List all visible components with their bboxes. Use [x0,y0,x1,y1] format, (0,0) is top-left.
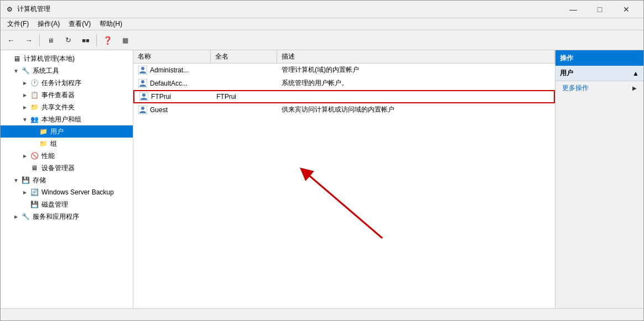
expand-local-users[interactable]: ▼ [20,115,29,124]
root-icon: 🖥 [12,54,22,64]
table-row-ftprui[interactable]: FTPrui FTPrui [133,90,555,103]
center-panel-wrapper: 名称 全名 描述 [133,50,555,308]
root-label: 计算机管理(本地) [24,54,75,64]
close-button[interactable]: ✕ [614,2,639,17]
sidebar-item-event-viewer[interactable]: ▶ 📋 事件查看器 [1,89,133,101]
actions-section-label: 用户 [560,69,573,78]
menu-file[interactable]: 文件(F) [3,18,33,30]
window-icon: ⚙ [5,5,14,14]
expand-task[interactable]: ▶ [20,78,29,87]
status-bar [1,308,643,320]
center-panel: 名称 全名 描述 [133,50,555,308]
sidebar-item-system-tools[interactable]: ▼ 🔧 系统工具 [1,65,133,77]
table-row[interactable]: Administrat... 管理计算机(域)的内置帐户 [133,64,555,77]
actions-item-more[interactable]: 更多操作 ▶ [555,81,643,94]
sidebar-item-users[interactable]: 📁 用户 [1,125,133,138]
refresh-button[interactable]: ↻ [60,33,76,48]
sidebar-item-services[interactable]: ▶ 🔧 服务和应用程序 [1,211,133,223]
sidebar: 🖥 计算机管理(本地) ▼ 🔧 系统工具 ▶ 🕐 任务计划程序 ▶ 📋 事件查看… [1,50,133,308]
forward-button[interactable]: → [20,33,37,48]
svg-point-6 [141,107,144,110]
sidebar-item-task-scheduler[interactable]: ▶ 🕐 任务计划程序 [1,77,133,89]
actions-section-title: 用户 ▲ [555,66,643,81]
system-tools-icon: 🔧 [20,66,30,76]
cell-fullname-3 [211,103,277,116]
maximize-button[interactable]: □ [587,2,612,17]
sidebar-item-local-users[interactable]: ▼ 👥 本地用户和组 [1,113,133,125]
sidebar-item-performance[interactable]: ▶ 🚫 性能 [1,150,133,162]
storage-icon: 💾 [20,175,30,185]
table-row[interactable]: Guest 供来宾访问计算机或访问域的内置帐户 [133,103,555,117]
cell-name-0: Administrat... [133,64,211,76]
storage-label: 存储 [33,176,46,185]
expand-perf[interactable]: ▶ [20,151,29,160]
system-tools-label: 系统工具 [33,66,59,76]
sidebar-item-disk-mgmt[interactable]: 💾 磁盘管理 [1,198,133,211]
expand-system-tools[interactable]: ▼ [12,66,20,75]
col-header-name[interactable]: 名称 [133,50,211,63]
cell-desc-2 [278,91,554,102]
user-icon-3 [138,105,148,115]
cell-name-3: Guest [133,103,211,116]
toolbar-sep-2 [96,34,97,46]
expand-users[interactable] [29,127,38,136]
task-label: 任务计划程序 [41,78,81,88]
expand-wsb[interactable]: ▶ [20,188,29,197]
sidebar-item-root[interactable]: 🖥 计算机管理(本地) [1,52,133,65]
shared-icon: 📁 [29,102,39,112]
expand-root[interactable] [3,54,12,63]
services-icon: 🔧 [20,212,30,222]
expand-device[interactable] [20,164,29,172]
task-icon: 🕐 [29,78,39,88]
table-row[interactable]: DefaultAcc... 系统管理的用户帐户。 [133,77,555,90]
right-panel: 操作 用户 ▲ 更多操作 ▶ [555,50,643,308]
cell-fullname-0 [211,64,277,76]
menu-help[interactable]: 帮助(H) [95,18,127,30]
back-button[interactable]: ← [3,33,19,48]
device-label: 设备管理器 [41,164,75,173]
more-actions-arrow-icon: ▶ [589,85,637,91]
cell-desc-1: 系统管理的用户帐户。 [277,77,555,90]
expand-disk[interactable] [20,200,29,209]
sidebar-item-shared-folders[interactable]: ▶ 📁 共享文件夹 [1,101,133,113]
window-title: 计算机管理 [17,4,50,14]
device-icon: 🖥 [29,163,39,173]
list-button[interactable]: ■■ [77,33,94,48]
col-header-desc[interactable]: 描述 [277,50,555,63]
svg-point-4 [142,93,146,97]
more-actions-label: 更多操作 [562,83,589,93]
cell-fullname-1 [211,77,277,90]
sidebar-item-storage[interactable]: ▼ 💾 存储 [1,174,133,186]
col-header-fullname[interactable]: 全名 [211,50,277,63]
users-folder-icon: 📁 [38,127,48,136]
menu-bar: 文件(F) 操作(A) 查看(V) 帮助(H) [1,18,643,30]
svg-point-2 [141,80,144,83]
wsb-icon: 🔄 [29,187,39,197]
grid-button[interactable]: ▦ [117,33,133,48]
browse-button[interactable]: 🖥 [42,33,59,48]
expand-groups[interactable] [29,139,38,148]
expand-services[interactable]: ▶ [12,212,20,221]
title-bar-controls: — □ ✕ [560,2,639,17]
title-bar-left: ⚙ 计算机管理 [5,4,50,14]
event-icon: 📋 [29,90,39,100]
perf-label: 性能 [41,151,55,161]
cell-desc-0: 管理计算机(域)的内置帐户 [277,64,555,76]
menu-view[interactable]: 查看(V) [64,18,95,30]
user-icon-1 [138,78,148,88]
list-header: 名称 全名 描述 [133,50,555,64]
sidebar-item-device-mgr[interactable]: 🖥 设备管理器 [1,162,133,174]
local-users-icon: 👥 [29,114,39,124]
expand-event[interactable]: ▶ [20,91,29,99]
perf-icon: 🚫 [29,151,39,161]
main-content: 🖥 计算机管理(本地) ▼ 🔧 系统工具 ▶ 🕐 任务计划程序 ▶ 📋 事件查看… [1,50,643,308]
sidebar-item-groups[interactable]: 📁 组 [1,138,133,150]
sidebar-item-wsb[interactable]: ▶ 🔄 Windows Server Backup [1,186,133,198]
expand-storage[interactable]: ▼ [12,176,20,185]
info-button[interactable]: ❓ [99,33,116,48]
cell-name-2: FTPrui [134,91,212,102]
minimize-button[interactable]: — [560,2,586,17]
expand-shared[interactable]: ▶ [20,103,29,112]
menu-action[interactable]: 操作(A) [33,18,64,30]
services-label: 服务和应用程序 [33,212,79,222]
